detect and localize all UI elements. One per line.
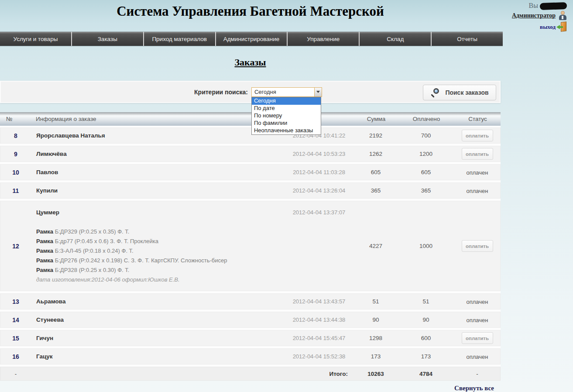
order-number: 9	[0, 151, 31, 158]
search-panel: Критерии поиска: Сегодня СегодняПо датеП…	[0, 81, 501, 103]
search-criteria-select[interactable]: Сегодня СегодняПо датеПо номеруПо фамили…	[251, 87, 322, 97]
order-date: 2012-04-04 15:52:38	[284, 353, 354, 360]
pay-button[interactable]: оплатить	[462, 240, 493, 252]
redacted-username	[540, 2, 567, 10]
order-info: Ярорславцева Наталья	[31, 132, 284, 139]
order-sum: 605	[354, 169, 398, 175]
order-name: Купили	[36, 187, 284, 194]
orders-table: № Информация о заказе Сумма Оплачено Ста…	[0, 112, 501, 381]
nav-item-7[interactable]: Отчеты	[432, 32, 503, 46]
order-sum: 2192	[354, 132, 398, 139]
order-name: Гацук	[36, 353, 284, 360]
nav-item-1[interactable]: Услуги и товары	[0, 32, 72, 46]
dropdown-arrow-icon[interactable]	[314, 88, 322, 96]
order-number: 8	[0, 132, 31, 139]
detail-item-type: Рамка	[36, 248, 53, 254]
user-box: Вы Администратор выход	[512, 2, 567, 32]
table-row[interactable]: 15Гичун2012-04-04 15:45:471298600оплатит…	[0, 330, 501, 346]
app-header: Система Управления Багетной Мастерской В…	[0, 0, 573, 31]
dropdown-option[interactable]: Сегодня	[252, 97, 321, 105]
collapse-all-icon	[496, 385, 501, 392]
order-sum: 51	[354, 298, 398, 305]
table-row[interactable]: 10Павлов2012-04-04 11:03:28605605оплачен	[0, 164, 501, 180]
order-sum: 173	[354, 353, 398, 360]
order-paid: 173	[398, 353, 454, 360]
user-icon	[558, 11, 567, 21]
logout-link[interactable]: выход	[540, 24, 556, 30]
table-row[interactable]: 13Аьрамова2012-04-04 13:43:575151оплачен	[0, 293, 501, 309]
collapse-all-label: Свернуть все	[454, 385, 494, 392]
order-info: Гичун	[31, 335, 284, 341]
col-header-paid: Оплачено	[398, 116, 455, 122]
order-status-cell: оплачен	[454, 316, 500, 324]
detail-item-text: Б:ДР328 (Р:0.25 x 0.30) Ф. Т.	[53, 267, 129, 273]
order-info: Купили	[31, 187, 284, 194]
status-label: оплачен	[467, 188, 488, 194]
order-number: 10	[0, 169, 31, 176]
order-number: 12	[0, 243, 31, 250]
dropdown-option[interactable]: Неоплаченные заказы	[252, 127, 321, 134]
order-detail-line: Рамка Б:ДР328 (Р:0.25 x 0.30) Ф. Т.	[36, 265, 284, 275]
administrator-link[interactable]: Администратор	[512, 12, 556, 19]
logout-door-icon[interactable]	[556, 21, 567, 32]
order-sum: 1298	[354, 335, 398, 341]
order-name: Гичун	[36, 335, 284, 341]
pay-button[interactable]: оплатить	[462, 332, 493, 344]
order-info: Аьрамова	[31, 298, 284, 305]
search-orders-button[interactable]: Поиск заказов	[423, 85, 496, 100]
order-name: Павлов	[36, 169, 284, 175]
order-status-cell: оплатить	[454, 130, 500, 141]
order-paid: 700	[398, 132, 454, 139]
totals-status: -	[454, 371, 500, 377]
orders-table-footer: - Итого: 10263 4784 -	[0, 367, 501, 381]
status-label: оплачен	[467, 169, 488, 176]
order-sum: 4227	[354, 243, 398, 249]
col-header-num: №	[0, 116, 31, 122]
order-detail-line: Рамка Б:ДР276 (Р:0.242 x 0.198) С. З. Ф.…	[36, 256, 284, 265]
status-label: оплачен	[467, 354, 488, 360]
status-label: оплачен	[467, 299, 488, 305]
nav-item-2[interactable]: Заказы	[72, 32, 144, 46]
page-heading: Заказы	[0, 57, 501, 68]
order-status-cell: оплачен	[454, 168, 500, 176]
order-status-cell: оплачен	[454, 353, 500, 361]
order-status-cell: оплатить	[454, 148, 500, 160]
nav-item-3[interactable]: Приход материалов	[144, 32, 216, 46]
dropdown-option[interactable]: По дате	[252, 105, 321, 112]
order-number: 13	[0, 298, 31, 305]
order-paid: 51	[398, 298, 454, 305]
logged-in-text: Вы	[512, 2, 567, 10]
status-label: оплачен	[467, 317, 488, 323]
order-detail-line: Рамка Б:З-АЛ-45 (Р:0.18 x 0.24) Ф. Т.	[36, 246, 284, 256]
order-sum: 365	[354, 187, 398, 194]
select-value: Сегодня	[254, 89, 276, 95]
table-row[interactable]: 8Ярорславцева Наталья2012-04-04 10:41:22…	[0, 127, 501, 144]
detail-item-text: Б:ДР276 (Р:0.242 x 0.198) С. З. Ф. Т. Ка…	[53, 257, 227, 264]
table-row[interactable]: 9Лимючёва2012-04-04 10:53:2312621200опла…	[0, 146, 501, 162]
collapse-all-link[interactable]: Свернуть все	[454, 385, 501, 392]
nav-item-5[interactable]: Управление	[288, 32, 360, 46]
detail-item-type: Рамка	[36, 267, 53, 273]
order-info: Стунеева	[31, 316, 284, 323]
footer-num: -	[0, 371, 31, 377]
order-number: 11	[0, 187, 31, 194]
table-row[interactable]: 11Купили2012-04-04 13:26:04365365оплачен	[0, 182, 501, 199]
table-row[interactable]: 14Стунеева2012-04-04 13:44:389090оплачен	[0, 312, 501, 328]
col-header-status: Статус	[455, 116, 501, 122]
dropdown-option[interactable]: По номеру	[252, 112, 321, 120]
order-name: Ярорславцева Наталья	[36, 132, 284, 139]
detail-item-type: Рамка	[36, 238, 53, 244]
order-info: Гацук	[31, 353, 284, 360]
order-info: ЦуммерРамка Б:ДР329 (Р:0.25 x 0.35) Ф. Т…	[31, 201, 284, 291]
nav-item-4[interactable]: Администрирование	[216, 32, 288, 46]
pay-button[interactable]: оплатить	[462, 148, 493, 160]
order-status-cell: оплатить	[454, 332, 500, 344]
dropdown-option[interactable]: По фамилии	[252, 120, 321, 127]
order-footnote: дата изготовления:2012-04-06 оформил:Юшк…	[36, 275, 284, 285]
order-detail-line: Рамка Б:др77 (Р:0.45 x 0.6) З. Ф. Т. Про…	[36, 237, 284, 246]
order-paid: 600	[398, 335, 454, 341]
nav-item-6[interactable]: Склад	[360, 32, 432, 46]
table-row[interactable]: 12ЦуммерРамка Б:ДР329 (Р:0.25 x 0.35) Ф.…	[0, 201, 501, 291]
pay-button[interactable]: оплатить	[462, 130, 493, 141]
table-row[interactable]: 16Гацук2012-04-04 15:52:38173173оплачен	[0, 348, 501, 364]
